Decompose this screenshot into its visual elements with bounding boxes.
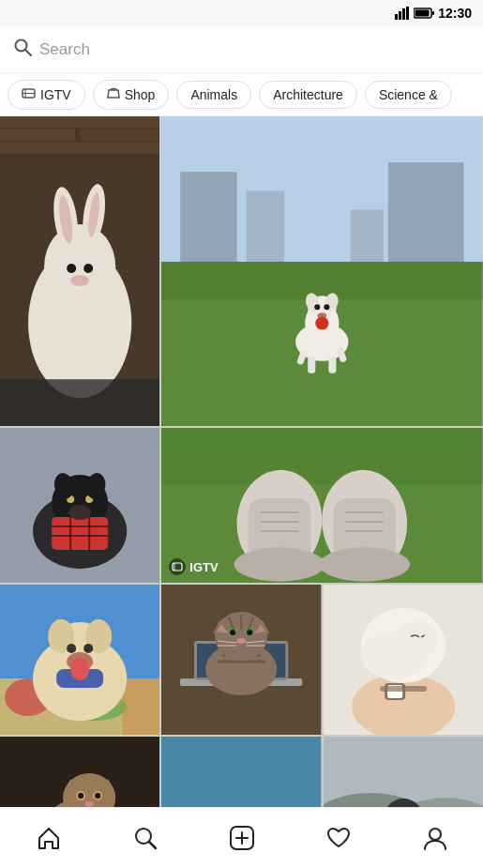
pill-architecture[interactable]: Architecture <box>259 81 357 109</box>
svg-point-89 <box>83 644 93 653</box>
battery-icon <box>414 8 434 19</box>
grid-item-shoes-igtv[interactable]: IGTV <box>161 428 483 583</box>
signal-icon <box>395 7 410 20</box>
svg-rect-1 <box>399 11 401 20</box>
svg-point-91 <box>70 658 89 680</box>
svg-point-43 <box>316 316 329 329</box>
search-input[interactable]: Search <box>39 40 470 59</box>
profile-icon <box>422 825 448 851</box>
svg-rect-45 <box>329 357 337 373</box>
svg-point-88 <box>67 644 76 653</box>
nav-add[interactable] <box>214 817 270 859</box>
svg-rect-14 <box>0 116 159 128</box>
grid-item-cat-laptop[interactable] <box>161 585 321 735</box>
svg-rect-34 <box>161 262 483 299</box>
svg-rect-29 <box>180 172 236 266</box>
svg-point-19 <box>44 224 115 309</box>
category-bar: IGTV Shop Animals Architecture Science & <box>0 73 483 116</box>
svg-rect-17 <box>0 143 159 154</box>
svg-rect-76 <box>173 563 182 571</box>
svg-rect-63 <box>161 428 483 484</box>
pill-science[interactable]: Science & <box>365 81 452 109</box>
nav-home[interactable] <box>21 817 77 859</box>
status-bar: 12:30 <box>0 0 483 26</box>
search-icon <box>13 38 32 61</box>
svg-point-24 <box>67 264 76 273</box>
svg-point-110 <box>236 638 246 644</box>
svg-point-127 <box>397 620 438 658</box>
svg-point-72 <box>320 547 411 581</box>
architecture-label: Architecture <box>273 87 343 102</box>
svg-rect-5 <box>415 10 430 17</box>
pill-shop[interactable]: Shop <box>93 80 170 110</box>
svg-line-8 <box>25 50 31 55</box>
search-nav-icon <box>132 825 158 851</box>
svg-rect-27 <box>0 379 159 426</box>
svg-point-26 <box>70 275 89 286</box>
svg-point-125 <box>364 657 386 672</box>
pill-animals[interactable]: Animals <box>176 81 251 109</box>
svg-point-126 <box>403 661 422 674</box>
status-icons: 12:30 <box>395 6 472 21</box>
igtv-label: IGTV <box>40 87 71 102</box>
svg-rect-32 <box>351 209 384 266</box>
igtv-overlay: IGTV <box>169 558 218 575</box>
svg-point-192 <box>430 829 441 840</box>
grid-item-dog-grass[interactable] <box>161 116 483 426</box>
svg-rect-130 <box>380 686 427 692</box>
svg-point-41 <box>325 304 330 310</box>
grid-item-rabbit[interactable] <box>0 116 159 426</box>
igtv-pill-icon <box>22 86 36 103</box>
nav-search[interactable] <box>117 817 174 859</box>
svg-rect-30 <box>247 190 284 266</box>
grid-item-dog-tongue[interactable] <box>0 585 159 735</box>
svg-rect-44 <box>309 357 316 373</box>
svg-rect-0 <box>395 14 398 20</box>
svg-rect-52 <box>52 517 108 550</box>
svg-point-40 <box>315 304 321 310</box>
svg-rect-2 <box>402 8 405 20</box>
bottom-nav <box>0 807 483 868</box>
svg-point-66 <box>234 547 325 581</box>
svg-point-143 <box>78 793 83 799</box>
svg-point-144 <box>95 793 100 799</box>
heart-icon <box>325 825 352 851</box>
igtv-icon <box>169 558 186 575</box>
grid-item-dog-coat[interactable] <box>0 428 159 583</box>
pill-igtv[interactable]: IGTV <box>8 80 85 110</box>
shop-label: Shop <box>125 87 156 102</box>
svg-rect-82 <box>122 678 159 735</box>
home-icon <box>36 825 62 851</box>
svg-rect-6 <box>432 11 434 15</box>
animals-label: Animals <box>190 87 237 102</box>
shop-pill-icon <box>107 86 120 103</box>
svg-point-25 <box>83 264 93 273</box>
status-time: 12:30 <box>438 6 472 21</box>
svg-rect-16 <box>80 129 159 141</box>
science-label: Science & <box>379 87 438 102</box>
igtv-text: IGTV <box>189 560 218 574</box>
svg-point-61 <box>68 505 91 520</box>
svg-line-188 <box>149 842 156 848</box>
svg-rect-15 <box>0 129 75 141</box>
add-icon <box>229 825 255 851</box>
nav-like[interactable] <box>310 817 367 859</box>
search-bar[interactable]: Search <box>0 26 483 73</box>
svg-rect-3 <box>406 7 409 20</box>
svg-rect-31 <box>388 162 464 266</box>
svg-rect-154 <box>161 737 321 812</box>
photo-grid: IGTV <box>0 116 483 807</box>
grid-item-sleeping-cat[interactable] <box>324 585 483 735</box>
nav-profile[interactable] <box>407 817 463 859</box>
